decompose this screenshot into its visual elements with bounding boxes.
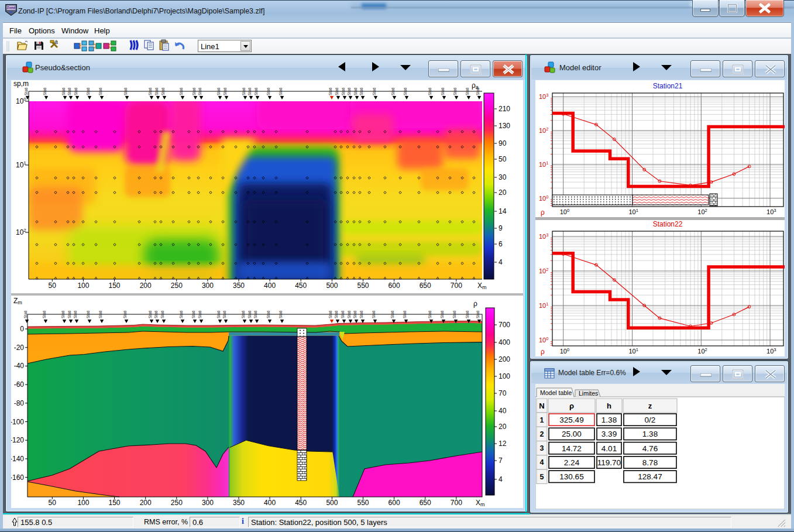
svg-text:500: 500 (326, 499, 338, 507)
svg-text:102: 102 (539, 267, 548, 274)
svg-text:Stati: Stati (248, 310, 252, 318)
svg-text:Stati: Stati (453, 87, 457, 95)
svg-text:14.72: 14.72 (562, 444, 582, 453)
svg-text:100: 100 (560, 347, 569, 355)
svg-text:20: 20 (499, 188, 507, 197)
svg-text:100: 100 (539, 194, 548, 202)
svg-text:Stati: Stati (372, 87, 376, 95)
svg-text:-40: -40 (14, 362, 25, 370)
svg-text:Stati: Stati (222, 310, 226, 318)
svg-text:600: 600 (389, 282, 400, 290)
svg-text:4.01: 4.01 (601, 444, 617, 453)
svg-text:300: 300 (202, 282, 214, 290)
svg-text:101: 101 (629, 347, 638, 355)
svg-text:-60: -60 (14, 380, 25, 389)
svg-text:350: 350 (233, 282, 245, 290)
svg-text:102: 102 (697, 347, 707, 355)
svg-text:1: 1 (540, 416, 544, 424)
svg-text:Stati: Stati (465, 87, 469, 95)
svg-text:Stati: Stati (254, 87, 258, 95)
svg-text:50: 50 (49, 499, 57, 507)
svg-text:400: 400 (264, 282, 276, 290)
svg-text:Stati: Stati (192, 87, 196, 95)
svg-text:103: 103 (539, 232, 548, 240)
svg-text:h: h (607, 401, 611, 410)
svg-text:100: 100 (77, 282, 89, 290)
svg-text:Stati: Stati (43, 87, 47, 95)
svg-text:Stati: Stati (253, 310, 257, 318)
svg-text:Limites: Limites (579, 390, 598, 397)
svg-text:Station22: Station22 (653, 220, 683, 228)
svg-text:90: 90 (499, 139, 507, 147)
svg-text:Stati: Stati (191, 310, 195, 318)
svg-text:101: 101 (629, 208, 638, 215)
svg-text:Stati: Stati (476, 310, 480, 318)
svg-text:6: 6 (499, 240, 503, 248)
svg-text:500: 500 (326, 282, 338, 290)
svg-text:200: 200 (140, 499, 152, 507)
svg-text:ρ: ρ (541, 208, 545, 217)
svg-text:700: 700 (451, 499, 462, 507)
svg-text:30: 30 (499, 173, 507, 181)
svg-text:550: 550 (357, 499, 369, 507)
svg-text:Stati: Stati (353, 87, 358, 95)
svg-text:100: 100 (499, 372, 510, 380)
svg-text:Stati: Stati (61, 310, 65, 318)
svg-text:4: 4 (499, 475, 503, 483)
svg-text:102: 102 (697, 208, 707, 215)
svg-text:Stati: Stati (279, 87, 283, 95)
svg-text:Stati: Stati (160, 310, 164, 318)
svg-text:50: 50 (499, 155, 507, 163)
svg-text:ρ: ρ (473, 300, 477, 308)
svg-text:Stati: Stati (353, 310, 357, 318)
svg-text:325.49: 325.49 (559, 416, 583, 424)
svg-text:Model table: Model table (540, 389, 572, 396)
svg-text:Stati: Stati (347, 310, 351, 318)
svg-text:103: 103 (766, 347, 776, 355)
svg-text:400: 400 (264, 499, 276, 507)
svg-text:Stati: Stati (42, 310, 46, 318)
svg-text:3: 3 (540, 444, 544, 452)
svg-text:103: 103 (766, 208, 776, 215)
svg-text:Stati: Stati (198, 87, 202, 95)
svg-text:-140: -140 (11, 455, 24, 463)
svg-text:700: 700 (451, 282, 462, 290)
svg-text:Stati: Stati (23, 310, 28, 318)
svg-text:-160: -160 (11, 473, 24, 482)
svg-text:N: N (539, 401, 544, 410)
svg-text:400: 400 (499, 338, 510, 346)
svg-text:Stati: Stati (266, 310, 270, 318)
svg-text:Stati: Stati (223, 87, 227, 95)
svg-text:Stati: Stati (428, 87, 432, 95)
svg-text:2: 2 (540, 430, 544, 438)
svg-text:sp,m: sp,m (13, 80, 29, 88)
svg-text:Stati: Stati (86, 87, 90, 95)
svg-text:130.65: 130.65 (559, 472, 583, 481)
svg-text:4: 4 (540, 458, 544, 466)
svg-text:Zond: Zond (7, 6, 16, 9)
svg-text:40: 40 (499, 407, 507, 415)
svg-text:210: 210 (499, 105, 510, 113)
svg-text:Stati: Stati (341, 310, 345, 318)
svg-text:Stati: Stati (73, 310, 77, 318)
svg-text:128.47: 128.47 (638, 472, 662, 481)
svg-text:Stati: Stati (148, 310, 152, 318)
svg-text:100: 100 (560, 208, 569, 215)
svg-text:0: 0 (20, 325, 24, 333)
svg-text:Stati: Stati (441, 87, 445, 95)
svg-text:Xm: Xm (476, 499, 485, 507)
svg-text:20: 20 (499, 423, 507, 431)
svg-text:600: 600 (389, 499, 400, 507)
svg-text:450: 450 (295, 282, 307, 290)
svg-text:50: 50 (49, 282, 57, 290)
svg-text:Stati: Stati (335, 87, 339, 95)
svg-text:25.00: 25.00 (562, 430, 582, 438)
svg-text:1.38: 1.38 (642, 430, 658, 438)
svg-text:Stati: Stati (154, 310, 158, 318)
svg-text:Stati: Stati (98, 87, 102, 95)
svg-text:Stati: Stati (98, 310, 102, 318)
svg-text:12: 12 (499, 440, 507, 448)
svg-text:103: 103 (539, 92, 548, 100)
svg-text:550: 550 (357, 282, 369, 290)
svg-text:Stati: Stati (123, 310, 127, 318)
